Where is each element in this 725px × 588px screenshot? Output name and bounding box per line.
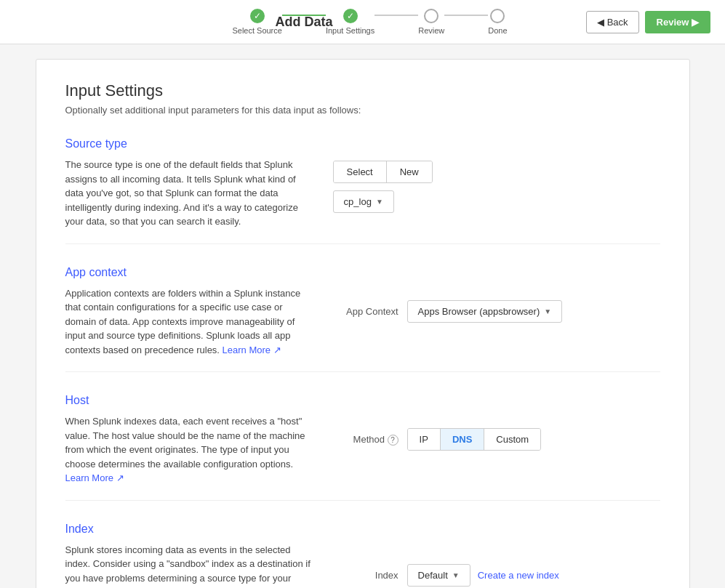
source-type-dropdown[interactable]: cp_log ▼ (333, 190, 394, 213)
step-label-3: Review (418, 26, 444, 35)
source-type-title: Source type (65, 137, 311, 150)
step-label-4: Done (488, 26, 507, 35)
app-context-right: App Context Apps Browser (appsbrowser) ▼ (333, 266, 660, 358)
host-learn-more-link[interactable]: Learn More ↗ (65, 472, 124, 483)
host-method-row: Method ? IP DNS Custom (333, 428, 660, 451)
host-left: Host When Splunk indexes data, each even… (65, 394, 333, 486)
back-button[interactable]: ◀ Back (586, 11, 639, 33)
step-line-2 (374, 15, 418, 16)
checkmark-1: ✓ (254, 11, 261, 21)
source-type-section: Source type The source type is one of th… (65, 137, 660, 244)
new-button[interactable]: New (387, 161, 432, 182)
index-desc: Splunk stores incoming data as events in… (65, 543, 311, 589)
method-dns-button[interactable]: DNS (441, 429, 484, 450)
index-field-row: Index Default ▼ Create a new index (333, 564, 660, 587)
main-content: Input Settings Optionally set additional… (36, 59, 690, 588)
index-field-label: Index (333, 570, 398, 581)
select-button[interactable]: Select (334, 161, 387, 182)
app-context-value: Apps Browser (appsbrowser) (418, 306, 540, 317)
page-title: Add Data (276, 15, 333, 30)
step-circle-3 (424, 9, 438, 23)
index-controls: Default ▼ Create a new index (407, 564, 559, 587)
index-left: Index Splunk stores incoming data as eve… (65, 523, 333, 589)
review-button[interactable]: Review ▶ (645, 11, 710, 33)
step-circle-1: ✓ (250, 9, 265, 23)
method-tooltip-icon[interactable]: ? (388, 435, 398, 446)
step-label-1: Select Source (232, 26, 281, 35)
app-context-title: App context (65, 266, 311, 279)
input-settings-subtitle: Optionally set additional input paramete… (65, 105, 660, 116)
host-method-label: Method ? (333, 434, 398, 446)
step-circle-2: ✓ (343, 9, 358, 23)
index-right: Index Default ▼ Create a new index (333, 523, 660, 589)
source-type-value: cp_log (344, 196, 372, 207)
dropdown-arrow-2: ▼ (544, 307, 551, 315)
checkmark-2: ✓ (347, 11, 354, 21)
index-title: Index (65, 523, 311, 536)
wizard-actions: ◀ Back Review ▶ (586, 11, 710, 33)
step-line-3 (444, 15, 488, 16)
index-dropdown[interactable]: Default ▼ (407, 564, 470, 587)
app-context-learn-more-link[interactable]: Learn More ↗ (223, 345, 281, 355)
index-section: Index Splunk stores incoming data as eve… (65, 523, 660, 589)
app-context-dropdown[interactable]: Apps Browser (appsbrowser) ▼ (407, 300, 563, 323)
wizard-header: Add Data ✓ Select Source ✓ Input Setting… (0, 0, 725, 44)
step-label-2: Input Settings (326, 26, 374, 35)
source-type-right: Select New cp_log ▼ (333, 137, 660, 229)
host-right: Method ? IP DNS Custom (333, 394, 660, 486)
dropdown-arrow-3: ▼ (452, 571, 460, 579)
create-new-index-link[interactable]: Create a new index (478, 570, 559, 581)
host-method-group: IP DNS Custom (407, 428, 542, 451)
host-desc: When Splunk indexes data, each event rec… (65, 414, 311, 486)
wizard-steps: ✓ Select Source ✓ Input Settings Review … (232, 9, 507, 35)
method-ip-button[interactable]: IP (408, 429, 441, 450)
app-context-field-row: App Context Apps Browser (appsbrowser) ▼ (333, 300, 660, 323)
source-type-desc: The source type is one of the default fi… (65, 158, 311, 229)
method-custom-button[interactable]: Custom (484, 429, 540, 450)
index-value: Default (418, 570, 448, 581)
step-done: Done (488, 9, 507, 35)
step-review: Review (418, 9, 444, 35)
host-title: Host (65, 394, 311, 407)
app-context-desc: Application contexts are folders within … (65, 286, 311, 358)
step-select-source: ✓ Select Source (232, 9, 281, 35)
app-context-label: App Context (333, 306, 398, 317)
step-input-settings: ✓ Input Settings (326, 9, 374, 35)
source-type-btn-group: Select New (333, 161, 433, 183)
app-context-section: App context Application contexts are fol… (65, 266, 660, 373)
source-type-left: Source type The source type is one of th… (65, 137, 333, 229)
app-context-left: App context Application contexts are fol… (65, 266, 333, 358)
dropdown-arrow-1: ▼ (376, 198, 383, 206)
step-circle-4 (490, 9, 505, 23)
host-section: Host When Splunk indexes data, each even… (65, 394, 660, 501)
input-settings-title: Input Settings (65, 81, 660, 100)
